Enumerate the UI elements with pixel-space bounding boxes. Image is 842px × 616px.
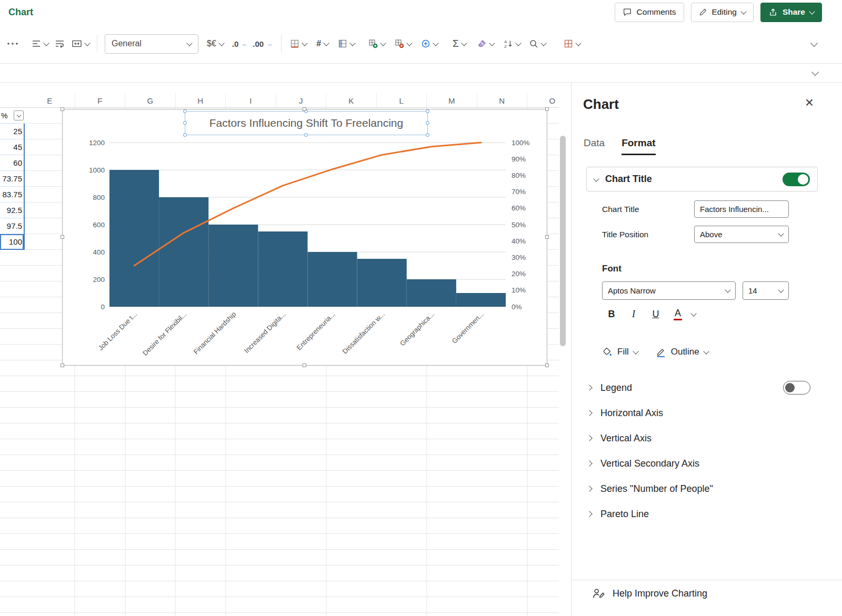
conditional-format-button[interactable] — [338, 33, 355, 54]
overflow-menu-button[interactable] — [6, 33, 19, 54]
column-header-J[interactable]: J — [276, 94, 327, 107]
autosum-button[interactable]: Σ — [453, 33, 466, 54]
title-handle[interactable] — [426, 109, 429, 113]
filter-dropdown-button[interactable] — [14, 110, 24, 120]
document-title[interactable]: Chart — [8, 7, 33, 18]
title-handle[interactable] — [183, 109, 187, 113]
cell-value[interactable]: 73.75 — [0, 171, 25, 187]
legend-toggle[interactable] — [783, 381, 810, 395]
title-handle[interactable] — [426, 133, 429, 137]
cell-value[interactable]: 92.5 — [0, 203, 25, 218]
font-size-select[interactable]: 14 — [743, 281, 789, 300]
panel-section-legend[interactable]: Legend — [572, 375, 842, 400]
formula-bar-collapse-icon[interactable] — [811, 68, 819, 76]
fill-button[interactable]: Fill — [602, 347, 638, 357]
chart-resize-handle[interactable] — [545, 363, 549, 367]
chart-resize-handle[interactable] — [303, 107, 306, 111]
vertical-scrollbar[interactable] — [560, 136, 566, 346]
alignment-button[interactable] — [32, 33, 48, 54]
formula-bar[interactable] — [0, 63, 842, 83]
help-improve-charting[interactable]: Help Improve Charting — [592, 587, 707, 600]
insert-field-button[interactable] — [421, 33, 438, 54]
panel-section-label: Pareto Line — [600, 509, 649, 520]
cell-value[interactable]: 83.75 — [0, 187, 25, 203]
panel-section-vertical-axis[interactable]: Vertical Axis — [572, 426, 842, 451]
chart-resize-handle[interactable] — [61, 363, 64, 367]
panel-section-horizontal-axis[interactable]: Horizontal Axis — [572, 400, 842, 426]
underline-button[interactable]: U — [647, 306, 664, 322]
share-button[interactable]: Share — [760, 3, 822, 22]
number-format-select[interactable]: General — [105, 34, 198, 54]
panel-section-pareto-line[interactable]: Pareto Line — [572, 501, 842, 527]
delete-cells-icon — [395, 39, 404, 48]
chart-title-text[interactable]: Factors Influencing Shift To Freelancing — [209, 117, 403, 129]
currency-format-button[interactable]: $€ — [207, 33, 224, 54]
outline-button[interactable]: Outline — [656, 347, 708, 357]
chart-title-toggle[interactable] — [783, 173, 810, 186]
panel-title: Chart — [583, 96, 619, 113]
column-header-G[interactable]: G — [125, 94, 176, 107]
editing-mode-button[interactable]: Editing — [691, 3, 754, 22]
comments-button[interactable]: Comments — [615, 3, 684, 22]
find-button[interactable] — [529, 33, 546, 54]
column-header-L[interactable]: L — [377, 94, 427, 107]
chart-resize-handle[interactable] — [61, 107, 64, 111]
bold-button[interactable]: B — [603, 306, 620, 322]
title-handle[interactable] — [426, 121, 429, 125]
filter-header-cell[interactable]: % — [0, 108, 25, 124]
custom-number-button[interactable]: # — [316, 33, 328, 54]
panel-sections: LegendHorizontal AxisVertical AxisVertic… — [572, 375, 842, 527]
wrap-text-button[interactable] — [55, 33, 65, 54]
cell-value[interactable]: 25 — [0, 124, 25, 139]
column-header-F[interactable]: F — [75, 94, 126, 107]
column-header-I[interactable]: I — [226, 94, 276, 107]
eraser-icon — [477, 39, 487, 48]
column-header-M[interactable]: M — [427, 94, 477, 107]
chart-title-input[interactable]: Factors Influencin... — [694, 200, 789, 218]
cell-value[interactable]: 45 — [0, 139, 25, 155]
title-handle[interactable] — [304, 133, 308, 137]
svg-text:60%: 60% — [512, 204, 526, 212]
pareto-chart: 0200400600800100012000%10%20%30%40%50%60… — [63, 109, 547, 365]
title-handle[interactable] — [183, 133, 187, 137]
panel-section-series-number-of-people[interactable]: Series "Number of People" — [572, 476, 842, 501]
decrease-decimal-button[interactable]: .0← — [232, 33, 248, 54]
italic-button[interactable]: I — [625, 306, 642, 322]
column-header-N[interactable]: N — [477, 94, 528, 107]
cell-styles-button[interactable] — [564, 33, 580, 54]
close-icon[interactable]: × — [805, 95, 814, 110]
title-handle[interactable] — [183, 121, 187, 125]
chart-resize-handle[interactable] — [61, 235, 64, 239]
embedded-chart[interactable]: 0200400600800100012000%10%20%30%40%50%60… — [62, 109, 547, 366]
clear-button[interactable] — [477, 33, 494, 54]
chart-resize-handle[interactable] — [545, 235, 549, 239]
cell-value[interactable]: 60 — [0, 155, 25, 171]
font-size-value: 14 — [748, 286, 757, 295]
column-header-E[interactable]: E — [25, 94, 75, 107]
sort-filter-button[interactable]: AZ — [504, 33, 520, 54]
merge-cells-button[interactable] — [72, 33, 89, 54]
chart-resize-handle[interactable] — [545, 107, 549, 111]
column-header-K[interactable]: K — [326, 94, 377, 107]
cell-value[interactable]: 97.5 — [0, 218, 25, 234]
chart-title-selection[interactable]: Factors Influencing Shift To Freelancing — [185, 111, 428, 135]
tab-format[interactable]: Format — [622, 137, 655, 155]
cell-value[interactable]: 100 — [0, 234, 25, 250]
svg-text:Desire for Flexibil...: Desire for Flexibil... — [141, 310, 188, 357]
borders-button[interactable] — [290, 33, 307, 54]
delete-cells-button[interactable] — [395, 33, 412, 54]
panel-section-vertical-secondary-axis[interactable]: Vertical Secondary Axis — [572, 451, 842, 476]
font-color-button[interactable]: A — [669, 306, 686, 322]
chevron-down-icon — [778, 230, 784, 236]
title-position-select[interactable]: Above — [694, 226, 789, 243]
svg-text:100%: 100% — [512, 139, 530, 147]
tab-data[interactable]: Data — [584, 137, 605, 155]
ribbon-collapse-button[interactable] — [811, 33, 817, 54]
chart-title-section[interactable]: Chart Title — [586, 167, 818, 191]
increase-decimal-button[interactable]: .00→ — [253, 33, 273, 54]
column-header-O[interactable]: O — [527, 94, 571, 107]
font-family-select[interactable]: Aptos Narrow — [602, 281, 736, 300]
insert-cells-button[interactable] — [368, 33, 385, 54]
chart-resize-handle[interactable] — [303, 363, 306, 367]
column-header-H[interactable]: H — [176, 94, 226, 107]
